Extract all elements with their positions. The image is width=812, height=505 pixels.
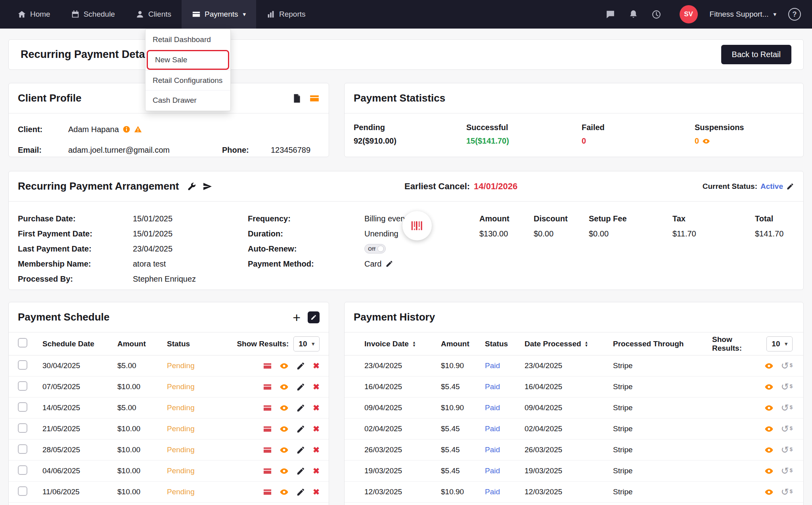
- select-all-checkbox[interactable]: [18, 338, 27, 348]
- view-eye-icon[interactable]: [280, 445, 289, 455]
- delete-x-icon[interactable]: ✖: [313, 403, 320, 413]
- view-eye-icon[interactable]: [764, 361, 774, 371]
- client-document-icon[interactable]: [292, 93, 302, 104]
- delete-x-icon[interactable]: ✖: [313, 466, 320, 476]
- highlight-box: New Sale: [147, 50, 229, 70]
- delete-x-icon[interactable]: ✖: [313, 361, 320, 371]
- col-date-processed-sort[interactable]: Date Processed ▲▼: [525, 340, 613, 348]
- info-icon[interactable]: [123, 125, 130, 133]
- row-checkbox[interactable]: [18, 360, 27, 370]
- edit-status-pencil-icon[interactable]: [786, 182, 794, 190]
- help-icon[interactable]: ?: [788, 8, 801, 21]
- col-invoice-date-sort[interactable]: Invoice Date ▲▼: [355, 340, 441, 348]
- show-results-select[interactable]: 10 ▾: [293, 336, 320, 351]
- chat-icon[interactable]: [605, 9, 616, 20]
- refund-icon[interactable]: ↺$: [781, 445, 793, 454]
- notifications-bell-icon[interactable]: [628, 9, 639, 20]
- navbar-actions: SV Fitness Support... ▾ ?: [605, 0, 812, 29]
- history-row: 26/03/2025 $5.45 Paid 26/03/2025 Stripe …: [345, 440, 803, 461]
- charge-card-icon[interactable]: [263, 488, 272, 497]
- edit-pencil-icon[interactable]: [296, 488, 305, 497]
- nav-schedule[interactable]: Schedule: [61, 0, 125, 29]
- view-eye-icon[interactable]: [764, 488, 774, 497]
- edit-pencil-icon[interactable]: [296, 445, 305, 455]
- account-menu[interactable]: Fitness Support... ▾: [710, 10, 776, 19]
- avatar[interactable]: SV: [680, 5, 698, 23]
- charge-card-icon[interactable]: [263, 361, 272, 371]
- charge-card-icon[interactable]: [263, 424, 272, 434]
- row-checkbox[interactable]: [18, 465, 27, 475]
- refund-icon[interactable]: ↺$: [781, 361, 793, 370]
- edit-pencil-icon[interactable]: [296, 467, 305, 476]
- row-checkbox[interactable]: [18, 444, 27, 454]
- nav-payments[interactable]: Payments ▾: [182, 0, 256, 29]
- date-processed: 26/03/2025: [525, 445, 613, 454]
- payment-statistics-title: Payment Statistics: [354, 92, 445, 104]
- send-icon[interactable]: [203, 182, 212, 191]
- nav-home[interactable]: Home: [7, 0, 61, 29]
- view-eye-icon[interactable]: [280, 382, 289, 392]
- view-eye-icon[interactable]: [764, 382, 774, 392]
- nav-reports[interactable]: Reports: [256, 0, 316, 29]
- client-email: adam.joel.turner@gmail.com: [68, 146, 222, 155]
- arrangement-left-fields: Purchase Date:15/01/2025 First Payment D…: [18, 211, 196, 286]
- refund-icon[interactable]: ↺$: [781, 382, 793, 391]
- edit-pencil-icon[interactable]: [296, 361, 305, 371]
- setup-fee-col: Setup Fee $0.00: [589, 211, 672, 241]
- menu-item-new-sale[interactable]: New Sale: [148, 51, 228, 69]
- history-status: Paid: [485, 424, 525, 433]
- row-checkbox[interactable]: [18, 402, 27, 412]
- warning-icon[interactable]: [134, 125, 142, 133]
- view-eye-icon[interactable]: [280, 488, 289, 497]
- delete-x-icon[interactable]: ✖: [313, 382, 320, 392]
- charge-card-icon[interactable]: [263, 467, 272, 476]
- bar-chart-icon: [266, 10, 275, 19]
- row-checkbox[interactable]: [18, 381, 27, 391]
- view-eye-icon[interactable]: [764, 424, 774, 434]
- processed-through: Stripe: [613, 445, 712, 454]
- delete-x-icon[interactable]: ✖: [313, 445, 320, 455]
- refund-icon[interactable]: ↺$: [781, 467, 793, 475]
- history-amount: $5.45: [441, 445, 485, 454]
- refund-icon[interactable]: ↺$: [781, 488, 793, 496]
- charge-card-icon[interactable]: [263, 445, 272, 455]
- home-icon: [17, 10, 26, 19]
- view-eye-icon[interactable]: [280, 424, 289, 434]
- view-eye-icon[interactable]: [280, 403, 289, 413]
- clock-icon[interactable]: [651, 9, 662, 20]
- col-schedule-date: Schedule Date: [42, 340, 117, 348]
- eye-icon[interactable]: [702, 137, 710, 145]
- edit-pencil-icon[interactable]: [296, 403, 305, 413]
- show-results-select[interactable]: 10 ▾: [766, 336, 793, 351]
- charge-card-icon[interactable]: [263, 382, 272, 392]
- edit-payment-method-pencil-icon[interactable]: [385, 260, 393, 268]
- menu-item-retail-configurations[interactable]: Retail Configurations: [146, 70, 230, 90]
- delete-x-icon[interactable]: ✖: [313, 424, 320, 434]
- view-eye-icon[interactable]: [280, 361, 289, 371]
- add-schedule-icon[interactable]: +: [293, 312, 301, 323]
- row-checkbox[interactable]: [18, 423, 27, 433]
- back-to-retail-button[interactable]: Back to Retail: [721, 45, 791, 64]
- nav-clients[interactable]: Clients: [125, 0, 182, 29]
- bulk-edit-icon[interactable]: [308, 311, 320, 323]
- status-active-link[interactable]: Active: [760, 182, 783, 191]
- wrench-icon[interactable]: [187, 182, 196, 191]
- edit-pencil-icon[interactable]: [296, 424, 305, 434]
- delete-x-icon[interactable]: ✖: [313, 487, 320, 497]
- view-eye-icon[interactable]: [764, 467, 774, 476]
- charge-card-icon[interactable]: [263, 403, 272, 413]
- schedule-amount: $10.00: [117, 467, 167, 475]
- refund-icon[interactable]: ↺$: [781, 424, 793, 433]
- menu-item-cash-drawer[interactable]: Cash Drawer: [146, 90, 230, 110]
- auto-renew-toggle[interactable]: Off: [364, 244, 386, 253]
- client-payment-card-icon[interactable]: [309, 93, 320, 104]
- view-eye-icon[interactable]: [764, 403, 774, 413]
- row-checkbox[interactable]: [18, 486, 27, 496]
- duration-value: Unending: [364, 229, 398, 238]
- edit-pencil-icon[interactable]: [296, 382, 305, 392]
- view-eye-icon[interactable]: [280, 467, 289, 476]
- menu-item-retail-dashboard[interactable]: Retail Dashboard: [146, 30, 230, 50]
- view-eye-icon[interactable]: [764, 445, 774, 455]
- sort-icon: ▲▼: [412, 341, 416, 347]
- refund-icon[interactable]: ↺$: [781, 403, 793, 412]
